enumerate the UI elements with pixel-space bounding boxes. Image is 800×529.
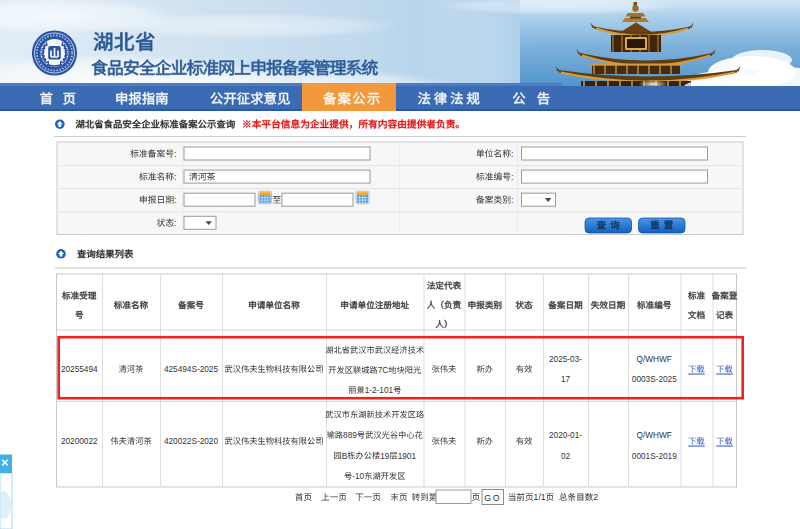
svg-text::: : bbox=[174, 195, 176, 205]
svg-text:0001S-2019: 0001S-2019 bbox=[632, 452, 677, 461]
svg-text::: : bbox=[174, 172, 176, 182]
svg-text:425494S-2025: 425494S-2025 bbox=[164, 365, 219, 374]
svg-text:7C: 7C bbox=[378, 366, 389, 375]
svg-text:GO: GO bbox=[484, 493, 501, 503]
svg-text:17: 17 bbox=[561, 375, 571, 384]
svg-text:20255494: 20255494 bbox=[61, 365, 98, 374]
svg-text:1-2-101: 1-2-101 bbox=[365, 386, 394, 395]
svg-text:20200022: 20200022 bbox=[61, 437, 98, 446]
svg-text::: : bbox=[174, 218, 176, 228]
svg-text:1/1: 1/1 bbox=[534, 492, 546, 502]
svg-text:Q/WHWF: Q/WHWF bbox=[637, 431, 672, 440]
svg-text:0003S-2025: 0003S-2025 bbox=[632, 375, 677, 384]
svg-text:889: 889 bbox=[343, 431, 357, 440]
svg-text:Q/WHWF: Q/WHWF bbox=[637, 355, 672, 364]
svg-text:2: 2 bbox=[593, 492, 598, 502]
svg-text::: : bbox=[511, 195, 513, 205]
svg-text::: : bbox=[174, 149, 176, 159]
svg-text::: : bbox=[511, 149, 513, 159]
svg-text:1901: 1901 bbox=[398, 452, 417, 461]
svg-text:02: 02 bbox=[561, 452, 571, 461]
svg-text:19: 19 bbox=[380, 452, 390, 461]
svg-text:2020-01-: 2020-01- bbox=[549, 431, 582, 440]
svg-text:B: B bbox=[342, 452, 348, 461]
svg-text::: : bbox=[511, 172, 513, 182]
svg-text:420022S-2020: 420022S-2020 bbox=[164, 437, 219, 446]
svg-text:2025-03-: 2025-03- bbox=[549, 355, 582, 364]
svg-text:-10: -10 bbox=[352, 472, 364, 481]
